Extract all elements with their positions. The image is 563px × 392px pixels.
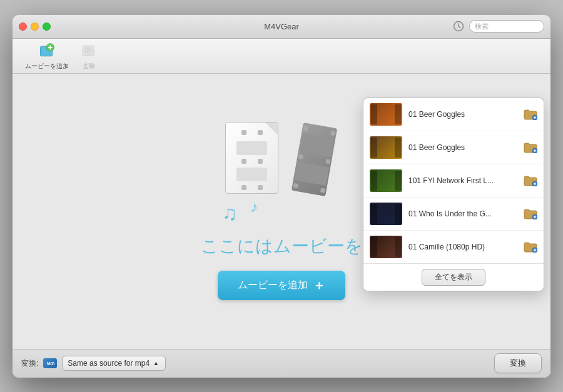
film-strip-front	[225, 122, 278, 194]
item-title: 01 Camille (1080p HD)	[408, 243, 517, 251]
svg-text:M4V: M4V	[47, 361, 54, 366]
item-thumbnail	[370, 236, 402, 258]
list-item[interactable]: 101 FYI Network First L...	[363, 164, 544, 198]
format-selector: 変換: M4V Same as source for mp4 ▲	[21, 356, 166, 371]
list-item[interactable]: 01 Who Is Under the G...	[363, 198, 544, 231]
close-button[interactable]	[19, 23, 27, 31]
traffic-lights	[19, 23, 51, 31]
search-box[interactable]: 検索	[469, 20, 544, 33]
history-icon[interactable]	[452, 19, 465, 33]
drop-text: ここにはムービーを	[201, 234, 363, 258]
minimize-button[interactable]	[31, 23, 39, 31]
music-note-1: ♫	[222, 202, 237, 225]
main-window: M4VGear 検索 ムービーを追	[13, 15, 550, 378]
popup-scroll-area[interactable]: 01 Beer Goggles 01 Beer Goggles 101 FYI …	[363, 98, 544, 263]
svg-rect-28	[371, 204, 377, 224]
folder-icon[interactable]	[524, 109, 537, 120]
dropdown-arrow-icon: ▲	[153, 360, 159, 366]
add-movie-button[interactable]: ムービーを追加	[20, 38, 74, 73]
popup-footer: 全てを表示	[363, 263, 544, 291]
svg-rect-34	[371, 237, 377, 257]
convert-button[interactable]: 変換	[494, 353, 542, 373]
folder-icon[interactable]	[524, 142, 537, 153]
item-thumbnail	[370, 103, 402, 126]
item-title: 01 Who Is Under the G...	[408, 209, 517, 218]
remove-label: 去除	[83, 62, 95, 71]
list-item[interactable]: 01 Beer Goggles	[363, 98, 544, 131]
bottom-bar: 変換: M4V Same as source for mp4 ▲ 変換	[13, 349, 550, 378]
main-content: ♫ ♪ ここにはムービーを ムービーを追加 ＋ 01 Beer Goggles …	[13, 74, 550, 349]
item-thumbnail	[370, 136, 402, 159]
item-title: 101 FYI Network First L...	[408, 176, 517, 185]
title-bar: M4VGear 検索	[13, 15, 550, 39]
plus-icon: ＋	[313, 277, 325, 294]
format-dropdown[interactable]: Same as source for mp4 ▲	[62, 356, 166, 371]
film-strip-back	[292, 123, 337, 196]
remove-icon	[79, 41, 99, 61]
list-item[interactable]: 01 Beer Goggles	[363, 131, 544, 164]
svg-rect-11	[395, 104, 401, 124]
add-movie-icon	[37, 41, 57, 61]
toolbar: ムービーを追加 去除	[13, 39, 550, 74]
format-value: Same as source for mp4	[68, 359, 150, 368]
show-all-button[interactable]: 全てを表示	[422, 269, 485, 286]
svg-rect-23	[395, 171, 401, 191]
item-thumbnail	[370, 169, 402, 192]
music-note-2: ♪	[250, 198, 258, 216]
svg-rect-5	[83, 46, 94, 56]
svg-rect-29	[395, 204, 401, 224]
window-title: M4VGear	[264, 22, 299, 31]
add-movie-main-label: ムービーを追加	[238, 279, 308, 292]
folder-icon[interactable]	[524, 208, 537, 219]
folder-icon[interactable]	[524, 175, 537, 186]
item-title: 01 Beer Goggles	[408, 143, 517, 152]
item-title: 01 Beer Goggles	[408, 110, 517, 119]
add-movie-main-button[interactable]: ムービーを追加 ＋	[218, 271, 345, 300]
remove-button[interactable]: 去除	[74, 38, 104, 73]
item-thumbnail	[370, 203, 402, 225]
convert-prefix-label: 変換:	[21, 358, 38, 369]
add-movie-label: ムービーを追加	[25, 62, 69, 71]
svg-rect-10	[371, 104, 377, 124]
recent-files-popup: 01 Beer Goggles 01 Beer Goggles 101 FYI …	[363, 98, 544, 291]
folder-icon[interactable]	[524, 241, 537, 253]
title-bar-actions: 検索	[452, 19, 544, 33]
svg-rect-17	[395, 138, 401, 158]
list-item[interactable]: 01 Camille (1080p HD)	[363, 231, 544, 263]
film-illustration: ♫ ♪	[219, 122, 344, 222]
svg-rect-35	[395, 237, 401, 257]
fullscreen-button[interactable]	[43, 23, 51, 31]
format-icon: M4V	[43, 358, 57, 368]
svg-rect-22	[371, 171, 377, 191]
svg-rect-16	[371, 138, 377, 158]
